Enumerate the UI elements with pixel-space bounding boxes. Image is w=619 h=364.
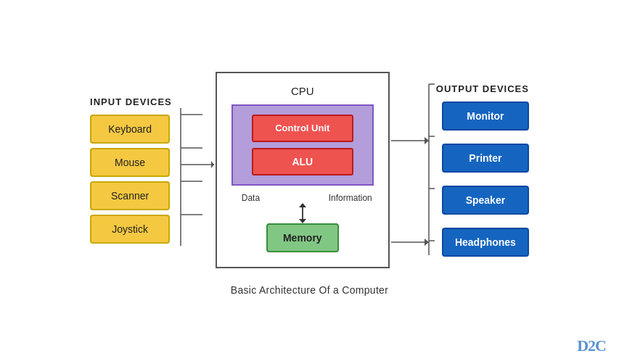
diagram-container: INPUT DEVICES Keyboard Mouse Scanner Joy… bbox=[12, 68, 607, 296]
svg-marker-10 bbox=[299, 219, 306, 223]
output-devices-list: Monitor Printer Speaker Headphones bbox=[442, 102, 529, 257]
input-title: INPUT DEVICES bbox=[90, 96, 172, 107]
left-connector-area bbox=[175, 94, 214, 260]
svg-marker-19 bbox=[425, 239, 429, 246]
input-joystick: Joystick bbox=[90, 215, 170, 244]
cpu-label: CPU bbox=[291, 85, 314, 97]
input-devices-list: Keyboard Mouse Scanner Joystick bbox=[90, 115, 170, 244]
output-speaker: Speaker bbox=[442, 186, 529, 215]
alu-box: ALU bbox=[252, 148, 353, 175]
output-headphones: Headphones bbox=[442, 228, 529, 257]
right-connector-area bbox=[391, 68, 435, 271]
input-scanner: Scanner bbox=[90, 181, 170, 210]
cpu-inner-box: Control Unit ALU bbox=[231, 104, 374, 186]
output-monitor: Monitor bbox=[442, 102, 529, 131]
input-mouse: Mouse bbox=[90, 148, 170, 177]
left-connector-svg bbox=[175, 94, 214, 260]
cpu-outer-box: CPU Control Unit ALU Data Information bbox=[216, 72, 390, 268]
output-printer: Printer bbox=[442, 144, 529, 173]
output-title: OUTPUT DEVICES bbox=[436, 83, 529, 94]
svg-marker-9 bbox=[299, 203, 306, 207]
main-row: INPUT DEVICES Keyboard Mouse Scanner Joy… bbox=[12, 68, 607, 271]
svg-marker-12 bbox=[425, 137, 429, 144]
input-keyboard: Keyboard bbox=[90, 115, 170, 144]
data-label: Data bbox=[242, 193, 260, 203]
input-section: INPUT DEVICES Keyboard Mouse Scanner Joy… bbox=[90, 96, 172, 244]
watermark: D2C bbox=[577, 336, 606, 355]
svg-marker-6 bbox=[211, 161, 214, 168]
right-connector-svg bbox=[391, 68, 435, 271]
memory-box: Memory bbox=[266, 223, 339, 252]
output-section: OUTPUT DEVICES Monitor Printer Speaker H… bbox=[436, 83, 529, 257]
info-label: Information bbox=[329, 193, 372, 203]
caption: Basic Architecture Of a Computer bbox=[231, 284, 388, 296]
cpu-section: CPU Control Unit ALU Data Information bbox=[216, 72, 390, 268]
vert-arrow-svg bbox=[292, 203, 313, 223]
memory-area: Data Information Memory bbox=[231, 193, 374, 252]
control-unit-box: Control Unit bbox=[252, 115, 353, 142]
